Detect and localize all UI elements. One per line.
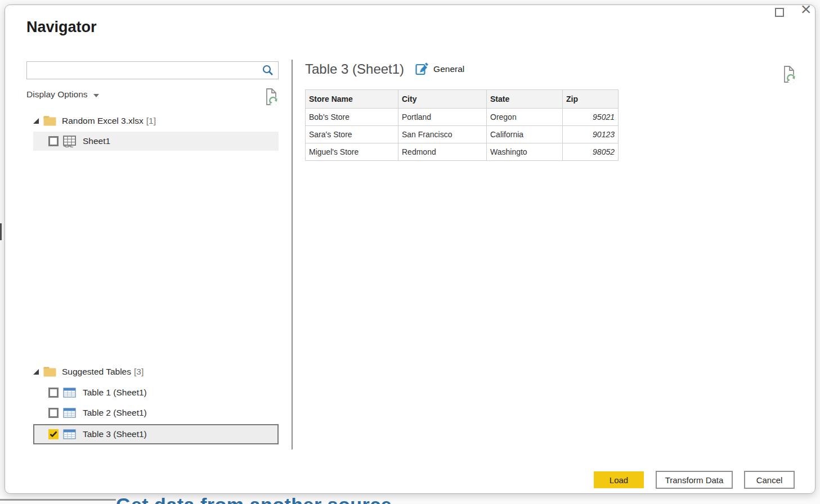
chevron-down-icon bbox=[93, 94, 99, 97]
tree-group-suggested-tables[interactable]: Suggested Tables [3] bbox=[33, 364, 144, 380]
cell-store-name: Miguel's Store bbox=[306, 143, 398, 161]
preview-title: Table 3 (Sheet1) bbox=[305, 61, 404, 77]
search-icon bbox=[262, 64, 274, 76]
tree-group-count: [3] bbox=[134, 367, 144, 377]
preview-header: Table 3 (Sheet1) General bbox=[305, 61, 464, 77]
refresh-preview-icon[interactable] bbox=[781, 65, 797, 85]
cell-state: Washingto bbox=[487, 143, 563, 161]
cell-city: San Francisco bbox=[398, 126, 487, 143]
table-icon bbox=[62, 386, 77, 399]
cell-city: Portland bbox=[398, 109, 487, 126]
table-header-row: Store Name City State Zip bbox=[306, 90, 619, 109]
column-header: State bbox=[487, 90, 563, 109]
screen: Get data from another source × Navigator… bbox=[0, 0, 820, 504]
tree-group-workbook[interactable]: Random Excel 3.xlsx [1] bbox=[33, 113, 156, 129]
tree-item-sheet1[interactable]: Sheet1 bbox=[33, 132, 279, 151]
tree-group-count: [1] bbox=[146, 116, 156, 126]
column-header: City bbox=[398, 90, 487, 109]
display-options-dropdown[interactable]: Display Options bbox=[26, 89, 99, 100]
checkbox-unchecked[interactable] bbox=[48, 136, 59, 146]
pane-divider bbox=[292, 60, 293, 449]
checkbox-unchecked[interactable] bbox=[48, 408, 59, 418]
tree-item-label: Table 2 (Sheet1) bbox=[83, 408, 147, 418]
cell-state: California bbox=[487, 126, 563, 143]
expand-triangle-icon[interactable] bbox=[33, 118, 39, 124]
background-clipped-link-text: Get data from another source bbox=[116, 494, 544, 504]
general-capability-label: General bbox=[433, 64, 464, 74]
cell-zip: 90123 bbox=[563, 126, 619, 143]
transform-data-button[interactable]: Transform Data bbox=[656, 471, 733, 489]
tree-item-label: Sheet1 bbox=[83, 136, 110, 146]
cell-zip: 95021 bbox=[563, 109, 619, 126]
general-capability-icon bbox=[414, 62, 429, 76]
close-button[interactable]: × bbox=[800, 3, 812, 15]
load-button[interactable]: Load bbox=[594, 471, 644, 488]
display-options-label: Display Options bbox=[26, 89, 88, 100]
tree-item-table3-selected[interactable]: Table 3 (Sheet1) bbox=[33, 424, 279, 444]
table-row: Miguel's Store Redmond Washingto 98052 bbox=[306, 143, 619, 161]
table-row: Bob's Store Portland Oregon 95021 bbox=[306, 109, 619, 126]
cell-state: Oregon bbox=[487, 109, 563, 126]
column-header: Store Name bbox=[306, 90, 398, 109]
checkmark-icon bbox=[50, 431, 57, 438]
expand-triangle-icon[interactable] bbox=[33, 369, 39, 375]
cell-zip: 98052 bbox=[563, 143, 619, 161]
table-icon bbox=[62, 428, 77, 440]
background-divider-line bbox=[0, 499, 116, 501]
dialog-title: Navigator bbox=[26, 19, 97, 36]
preview-table: Store Name City State Zip Bob's Store Po… bbox=[305, 89, 619, 161]
worksheet-icon bbox=[62, 135, 77, 147]
checkbox-checked[interactable] bbox=[48, 429, 59, 439]
navigator-dialog: × Navigator Display Options bbox=[5, 4, 815, 494]
cell-store-name: Bob's Store bbox=[306, 109, 398, 126]
cancel-button[interactable]: Cancel bbox=[744, 471, 795, 489]
background-clipped-link: Get data from another source bbox=[116, 494, 544, 504]
folder-icon bbox=[43, 116, 56, 126]
tree-item-table2[interactable]: Table 2 (Sheet1) bbox=[33, 403, 279, 422]
column-header: Zip bbox=[563, 90, 619, 109]
tree-item-label: Table 3 (Sheet1) bbox=[83, 429, 147, 439]
folder-icon bbox=[43, 367, 56, 377]
tree-group-label: Random Excel 3.xlsx bbox=[62, 116, 144, 126]
search-input[interactable] bbox=[27, 62, 262, 79]
tree-item-table1[interactable]: Table 1 (Sheet1) bbox=[33, 383, 279, 402]
tree-item-label: Table 1 (Sheet1) bbox=[83, 388, 147, 398]
refresh-icon[interactable] bbox=[263, 87, 280, 107]
cell-store-name: Sara's Store bbox=[306, 126, 398, 143]
background-window-edge bbox=[0, 223, 2, 240]
table-icon bbox=[62, 407, 77, 419]
table-row: Sara's Store San Francisco California 90… bbox=[306, 126, 619, 143]
maximize-button[interactable] bbox=[774, 7, 785, 18]
maximize-icon bbox=[775, 8, 784, 17]
search-box[interactable] bbox=[26, 61, 279, 79]
checkbox-unchecked[interactable] bbox=[48, 388, 59, 398]
tree-group-label: Suggested Tables bbox=[62, 367, 131, 377]
cell-city: Redmond bbox=[398, 143, 487, 161]
